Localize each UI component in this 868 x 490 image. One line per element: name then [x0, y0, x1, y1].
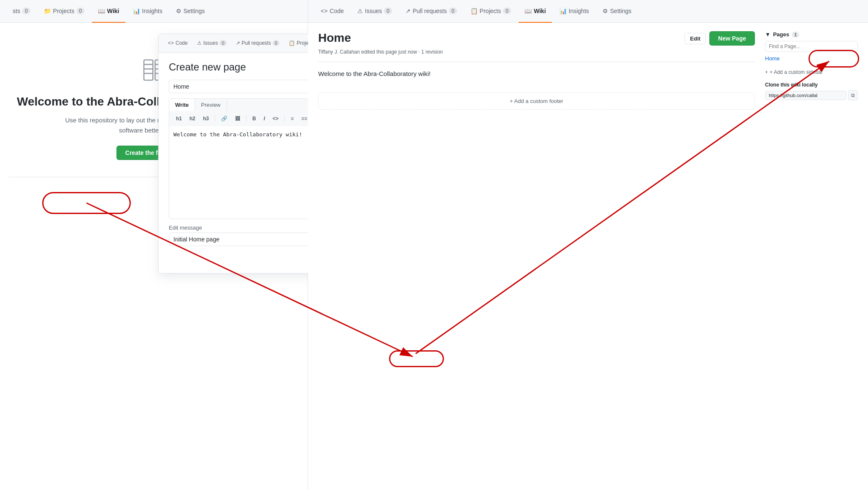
add-custom-footer[interactable]: + Add a custom footer: [318, 92, 755, 110]
mid-tab-pullrequests[interactable]: ↗ Pull requests 0: [232, 34, 284, 53]
add-custom-sidebar[interactable]: + + Add a custom sidebar: [765, 69, 858, 75]
chevron-down-icon: ▼: [765, 31, 771, 38]
toolbar-image[interactable]: 🖼: [232, 114, 243, 124]
code-icon: <>: [168, 40, 174, 46]
wiki-sidebar: ▼ Pages 1 Home + + Add a custom sidebar …: [765, 31, 858, 110]
projects-icon-fg: 📋: [471, 8, 478, 14]
pages-section-header: ▼ Pages 1: [765, 31, 858, 38]
fg-tab-projects[interactable]: 📋 Projects 0: [465, 0, 517, 23]
toolbar-divider-2: [246, 115, 246, 122]
bg-tab-insights[interactable]: 📊 Insights: [127, 0, 168, 23]
bg-tab-sts[interactable]: sts 0: [7, 0, 36, 23]
mid-tab-code[interactable]: <> Code: [164, 34, 192, 53]
wiki-page-meta: Tiffany J. Callahan edited this page jus…: [318, 49, 755, 55]
clone-title: Clone this wiki locally: [765, 82, 858, 88]
toolbar-italic[interactable]: I: [260, 114, 268, 124]
wiki-main-area: Home Edit New Page Tiffany J. Callahan e…: [308, 23, 868, 118]
svg-rect-0: [144, 60, 153, 80]
bg-tab-settings[interactable]: ⚙ Settings: [170, 0, 211, 23]
toolbar-bold[interactable]: B: [249, 114, 260, 124]
fg-tab-insights[interactable]: 📊 Insights: [554, 0, 595, 23]
copy-icon: ⧉: [851, 92, 855, 98]
wiki-page-title: Home: [318, 31, 351, 45]
mid-tab-issues[interactable]: ⚠ Issues 0: [193, 34, 231, 53]
toolbar-h1[interactable]: h1: [173, 114, 185, 124]
edit-page-button[interactable]: Edit: [684, 33, 706, 44]
plus-icon-sidebar: +: [765, 69, 768, 75]
fg-tab-code[interactable]: <> Code: [315, 0, 350, 23]
issues-icon: ⚠: [197, 40, 202, 46]
wiki-page-body: Welcome to the Abra-Collaboratory wiki!: [318, 62, 755, 86]
bg-tab-projects[interactable]: 📁 Projects 0: [38, 0, 90, 23]
wiki-content-area: Home Edit New Page Tiffany J. Callahan e…: [318, 31, 755, 110]
bg-tab-bar: sts 0 📁 Projects 0 📖 Wiki 📊 Insights ⚙ S…: [0, 0, 308, 23]
clone-input-row: ⧉: [765, 90, 858, 100]
pr-icon-fg: ↗: [406, 8, 411, 14]
code-icon-fg: <>: [321, 8, 327, 14]
toolbar-h2[interactable]: h2: [186, 114, 199, 124]
fg-tab-settings[interactable]: ⚙ Settings: [597, 0, 638, 23]
bg-tab-wiki[interactable]: 📖 Wiki: [92, 0, 125, 23]
toolbar-code[interactable]: <>: [269, 114, 282, 124]
fg-tab-pullrequests[interactable]: ↗ Pull requests 0: [400, 0, 463, 23]
clone-section: Clone this wiki locally ⧉: [765, 82, 858, 100]
pages-search-input[interactable]: [765, 41, 858, 52]
clone-url-input[interactable]: [765, 91, 846, 100]
pullrequest-icon: ↗: [236, 40, 240, 46]
copy-clone-url-button[interactable]: ⧉: [848, 90, 858, 100]
wiki-page-header: Home Edit New Page: [318, 31, 755, 46]
pages-section: ▼ Pages 1 Home: [765, 31, 858, 62]
toolbar-divider-3: [284, 115, 285, 122]
settings-icon-fg: ⚙: [603, 8, 608, 14]
issues-icon-fg: ⚠: [357, 8, 363, 14]
projects-icon: 📁: [44, 8, 51, 14]
wiki-icon-tab: 📖: [98, 8, 105, 14]
fg-tab-issues[interactable]: ⚠ Issues 0: [352, 0, 398, 23]
new-page-button[interactable]: New Page: [709, 31, 755, 46]
foreground-wiki-panel: <> Code ⚠ Issues 0 ↗ Pull requests 0 📋 P…: [308, 0, 868, 490]
preview-tab[interactable]: Preview: [195, 99, 227, 111]
write-tab[interactable]: Write: [169, 99, 195, 111]
projects-icon-mid: 📋: [289, 40, 295, 46]
insights-icon: 📊: [133, 8, 140, 14]
toolbar-divider-1: [215, 115, 215, 122]
insights-icon-fg: 📊: [560, 8, 567, 14]
fg-tab-bar: <> Code ⚠ Issues 0 ↗ Pull requests 0 📋 P…: [308, 0, 868, 23]
fg-tab-wiki[interactable]: 📖 Wiki: [519, 0, 552, 23]
toolbar-link[interactable]: 🔗: [218, 114, 231, 124]
toolbar-ul[interactable]: ≡: [287, 114, 297, 124]
home-page-link[interactable]: Home: [765, 54, 858, 62]
wiki-icon-fg: 📖: [525, 8, 532, 14]
toolbar-h3[interactable]: h3: [200, 114, 212, 124]
settings-icon: ⚙: [176, 8, 181, 14]
